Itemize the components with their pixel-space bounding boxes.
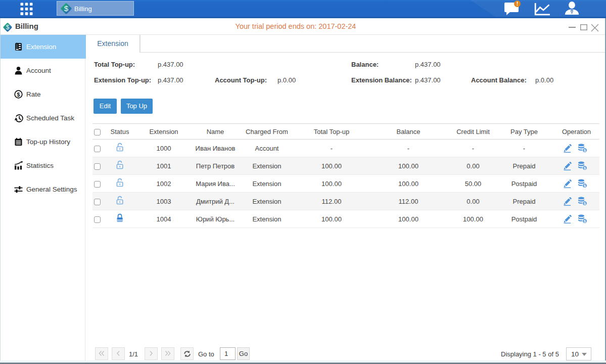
- svg-text:$: $: [583, 219, 586, 223]
- svg-text:$: $: [17, 92, 20, 98]
- svg-text:$: $: [583, 201, 586, 206]
- svg-text:$: $: [583, 166, 586, 170]
- svg-text:$: $: [64, 4, 69, 13]
- svg-text:$: $: [583, 184, 586, 188]
- svg-text:$: $: [583, 148, 586, 153]
- svg-text:!: !: [517, 1, 519, 7]
